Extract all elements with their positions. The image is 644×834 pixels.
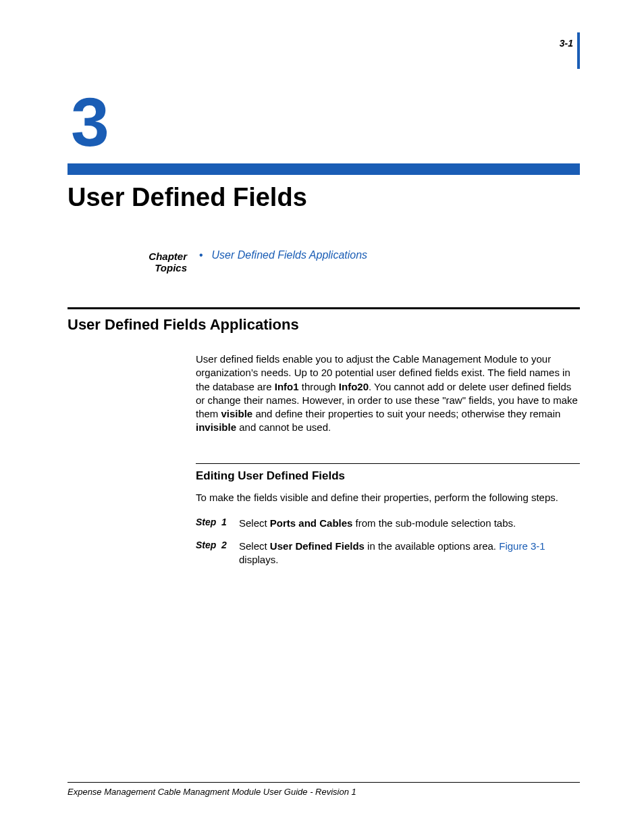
- step-bold: Ports and Cables: [270, 517, 353, 529]
- text: from the sub-module selection tabs.: [352, 517, 516, 529]
- text: Select: [239, 517, 270, 529]
- section-heading: User Defined Fields Applications: [68, 316, 580, 334]
- bold-info1: Info1: [275, 381, 299, 392]
- page-footer: Expense Management Cable Managment Modul…: [68, 782, 580, 797]
- text: and cannot be used.: [236, 421, 331, 433]
- figure-link[interactable]: Figure 3-1: [499, 540, 545, 552]
- step-label: Step 2: [196, 540, 239, 550]
- text: and define their properties to suit your…: [252, 408, 560, 419]
- steps-list: Step 1 Select Ports and Cables from the …: [196, 517, 580, 567]
- chapter-topics-label: Chapter Topics: [122, 249, 199, 273]
- text: through: [299, 381, 339, 392]
- page: 3-1 3 User Defined Fields Chapter Topics…: [0, 0, 644, 834]
- step-label: Step 1: [196, 517, 239, 527]
- chapter-title: User Defined Fields: [68, 183, 580, 212]
- step-body: Select Ports and Cables from the sub-mod…: [239, 517, 516, 530]
- text: in the available options area.: [365, 540, 499, 552]
- chapter-topics-list: • User Defined Fields Applications: [199, 249, 367, 261]
- text: displays.: [239, 554, 278, 565]
- bullet-icon: •: [199, 249, 209, 261]
- bold-info20: Info20: [339, 381, 369, 392]
- text: Select: [239, 540, 270, 552]
- bold-invisible: invisible: [196, 421, 236, 433]
- bold-visible: visible: [221, 408, 253, 419]
- step-row: Step 1 Select Ports and Cables from the …: [196, 517, 580, 530]
- intro-paragraph: User defined fields enable you to adjust…: [196, 353, 580, 435]
- chapter-bar: [68, 163, 580, 175]
- chapter-topics: Chapter Topics • User Defined Fields App…: [122, 249, 580, 273]
- step-row: Step 2 Select User Defined Fields in the…: [196, 540, 580, 567]
- page-number: 3-1: [560, 38, 580, 49]
- section-body: User defined fields enable you to adjust…: [196, 353, 580, 567]
- page-header: 3-1: [560, 37, 580, 49]
- step-bold: User Defined Fields: [270, 540, 365, 552]
- topic-link-user-defined-fields-applications[interactable]: User Defined Fields Applications: [211, 249, 367, 261]
- step-body: Select User Defined Fields in the availa…: [239, 540, 580, 567]
- section-rule: [68, 307, 580, 309]
- chapter-number: 3: [71, 88, 580, 157]
- footer-text: Expense Management Cable Managment Modul…: [68, 787, 580, 797]
- subsection-heading: Editing User Defined Fields: [196, 469, 580, 483]
- subsection-intro: To make the fields visible and define th…: [196, 491, 580, 504]
- subsection-rule: [196, 463, 580, 464]
- footer-rule: [68, 782, 580, 783]
